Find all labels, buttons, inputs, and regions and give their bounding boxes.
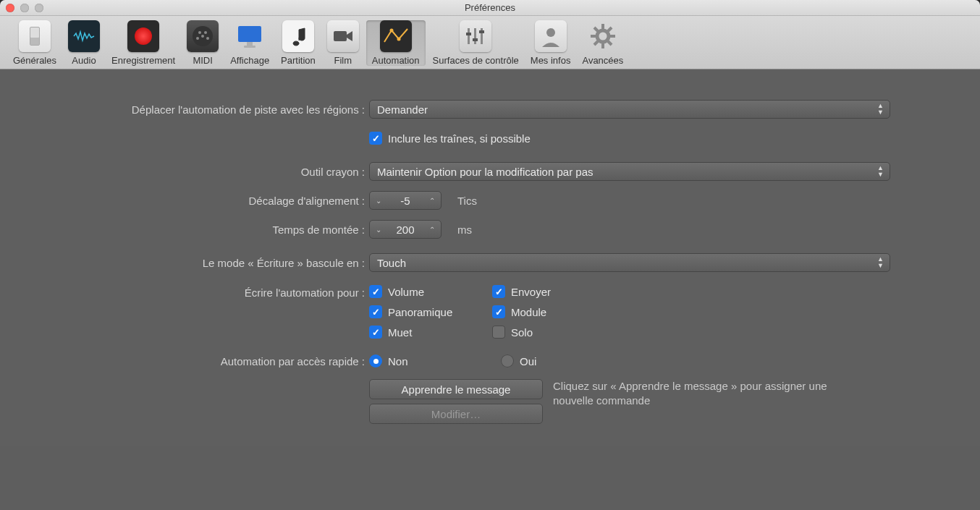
- close-window-button[interactable]: [6, 4, 14, 12]
- learn-hint-text: Cliquez sur « Apprendre le message » pou…: [553, 379, 828, 409]
- svg-rect-3: [334, 31, 347, 41]
- chevron-down-icon[interactable]: ⌄: [370, 226, 387, 234]
- automation-icon: [380, 20, 412, 52]
- tab-audio[interactable]: Audio: [62, 20, 106, 66]
- tab-my-info[interactable]: Mes infos: [525, 20, 577, 66]
- mute-checkbox[interactable]: [369, 326, 382, 339]
- tab-automation[interactable]: Automation: [366, 20, 426, 66]
- svg-rect-7: [474, 28, 476, 44]
- person-icon: [535, 20, 567, 52]
- svg-rect-6: [468, 28, 470, 44]
- move-automation-popup[interactable]: Demander ▲▼: [369, 100, 890, 119]
- titlebar: Préférences: [0, 0, 980, 16]
- svg-rect-1: [247, 42, 253, 46]
- chevron-updown-icon: ▲▼: [877, 103, 884, 116]
- tab-display[interactable]: Affichage: [224, 20, 275, 66]
- svg-point-5: [397, 38, 400, 41]
- svg-line-18: [594, 27, 598, 31]
- record-icon: [127, 20, 159, 52]
- preferences-window: Préférences Générales Audio Enregistreme…: [0, 0, 980, 510]
- quick-access-off-radio[interactable]: [369, 354, 382, 367]
- svg-point-12: [546, 28, 555, 37]
- snap-offset-stepper[interactable]: ⌄ -5 ⌃: [369, 191, 442, 210]
- tab-control-surfaces[interactable]: Surfaces de contrôle: [427, 20, 525, 66]
- write-mode-popup[interactable]: Touch ▲▼: [369, 253, 890, 272]
- quick-access-on-radio[interactable]: [501, 354, 514, 367]
- svg-rect-2: [244, 46, 255, 48]
- chevron-down-icon[interactable]: ⌄: [370, 197, 387, 205]
- svg-line-19: [608, 41, 612, 45]
- svg-rect-9: [466, 33, 471, 35]
- waveform-icon: [68, 20, 100, 52]
- snap-offset-unit: Tics: [457, 195, 477, 207]
- gear-icon: [587, 20, 619, 52]
- music-note-icon: [282, 20, 314, 52]
- tab-advanced[interactable]: Avancées: [576, 20, 629, 66]
- camera-icon: [327, 20, 359, 52]
- quick-access-label: Automation par accès rapide :: [29, 355, 369, 367]
- minimize-window-button[interactable]: [20, 4, 29, 12]
- chevron-up-icon[interactable]: ⌃: [423, 226, 441, 234]
- switch-icon: [19, 20, 51, 52]
- ramp-time-unit: ms: [457, 224, 472, 236]
- edit-button[interactable]: Modifier…: [369, 404, 543, 424]
- svg-point-13: [597, 30, 609, 42]
- learn-message-button[interactable]: Apprendre le message: [369, 379, 543, 399]
- ramp-time-label: Temps de montée :: [29, 224, 369, 236]
- chevron-updown-icon: ▲▼: [877, 256, 884, 269]
- chevron-up-icon[interactable]: ⌃: [423, 197, 441, 205]
- tab-recording[interactable]: Enregistrement: [106, 20, 181, 66]
- pencil-tool-label: Outil crayon :: [29, 166, 369, 178]
- preferences-toolbar: Générales Audio Enregistrement MIDI Affi…: [0, 16, 980, 69]
- svg-rect-10: [473, 38, 478, 41]
- faders-icon: [460, 20, 491, 52]
- pan-checkbox[interactable]: [369, 305, 382, 318]
- include-tails-checkbox[interactable]: [369, 132, 382, 145]
- snap-offset-value[interactable]: -5: [387, 195, 423, 207]
- write-auto-for-group: Volume Envoyer Panoramique Module Muet: [369, 285, 630, 339]
- monitor-icon: [234, 20, 266, 52]
- move-automation-label: Déplacer l'automation de piste avec les …: [29, 103, 369, 116]
- write-mode-label: Le mode « Écriture » bascule en :: [29, 257, 369, 269]
- ramp-time-value[interactable]: 200: [387, 224, 423, 236]
- zoom-window-button[interactable]: [35, 4, 43, 12]
- chevron-updown-icon: ▲▼: [877, 165, 884, 178]
- automation-pane: Déplacer l'automation de piste avec les …: [0, 69, 980, 446]
- write-auto-for-label: Écrire l'automation pour :: [29, 285, 369, 299]
- ramp-time-stepper[interactable]: ⌄ 200 ⌃: [369, 220, 442, 239]
- solo-checkbox[interactable]: [492, 326, 505, 339]
- volume-checkbox[interactable]: [369, 285, 382, 298]
- svg-rect-11: [479, 30, 484, 33]
- svg-line-20: [608, 27, 612, 31]
- midi-icon: [187, 20, 219, 52]
- plugin-checkbox[interactable]: [492, 305, 505, 318]
- tab-movie[interactable]: Film: [321, 20, 365, 66]
- include-tails-label: Inclure les traînes, si possible: [388, 132, 531, 145]
- tab-general[interactable]: Générales: [7, 20, 62, 66]
- tab-midi[interactable]: MIDI: [181, 20, 224, 66]
- svg-line-21: [594, 41, 598, 45]
- send-checkbox[interactable]: [492, 285, 505, 298]
- tab-score[interactable]: Partition: [275, 20, 321, 66]
- svg-rect-0: [238, 26, 261, 42]
- window-controls: [6, 4, 43, 12]
- snap-offset-label: Décalage d'alignement :: [29, 195, 369, 207]
- window-title: Préférences: [0, 2, 980, 13]
- pencil-tool-popup[interactable]: Maintenir Option pour la modification pa…: [369, 162, 890, 181]
- svg-point-4: [389, 29, 393, 33]
